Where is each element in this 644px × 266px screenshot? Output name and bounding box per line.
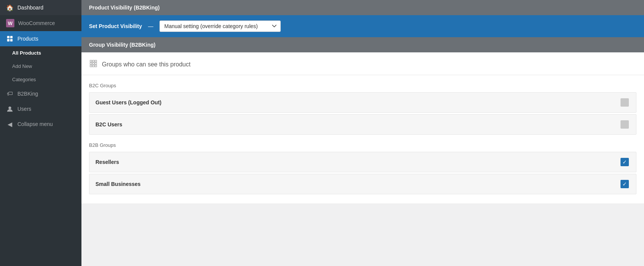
sidebar-item-dashboard[interactable]: 🏠 Dashboard [0, 0, 81, 15]
sidebar-item-collapse[interactable]: ◀ Collapse menu [0, 116, 81, 132]
checkbox-small-businesses[interactable]: ✓ [619, 179, 630, 189]
svg-rect-9 [92, 63, 94, 65]
sidebar-item-products[interactable]: Products [0, 31, 81, 46]
group-row-small-businesses: Small Businesses ✓ [89, 174, 636, 194]
group-row-guest-users: Guest Users (Logged Out) [89, 92, 636, 113]
sidebar-item-all-products[interactable]: All Products [0, 46, 81, 60]
sidebar-item-label: Dashboard [17, 5, 44, 11]
sidebar-item-label: Collapse menu [17, 121, 53, 127]
svg-rect-13 [95, 65, 97, 67]
dashboard-icon: 🏠 [6, 4, 14, 11]
sidebar-item-label: B2BKing [17, 91, 38, 97]
b2c-groups-label: B2C Groups [81, 79, 644, 91]
svg-rect-11 [90, 65, 92, 67]
svg-point-4 [8, 107, 11, 109]
visibility-select[interactable]: Manual setting (override category rules)… [159, 20, 281, 32]
svg-rect-2 [7, 39, 9, 41]
sidebar-item-add-new[interactable]: Add New [0, 60, 81, 73]
collapse-icon: ◀ [6, 120, 14, 128]
group-visibility-panel: Group Visibility (B2BKing) Groups who ca… [81, 37, 644, 203]
sidebar: 🏠 Dashboard W WooCommerce Products All P… [0, 0, 81, 266]
sidebar-item-label: WooCommerce [18, 20, 55, 26]
sidebar-item-categories[interactable]: Categories [0, 73, 81, 86]
groups-grid-icon [89, 59, 97, 69]
product-visibility-header: Product Visibility (B2BKing) [81, 0, 644, 15]
checkbox-b2c-users[interactable] [619, 119, 630, 130]
sidebar-item-label: Add New [12, 63, 32, 69]
group-visibility-header: Group Visibility (B2BKing) [81, 37, 644, 52]
groups-title-row: Groups who can see this product [81, 52, 644, 75]
product-visibility-title: Product Visibility (B2BKing) [89, 5, 159, 11]
set-visibility-bar: Set Product Visibility — Manual setting … [81, 15, 644, 37]
b2b-groups-label: B2B Groups [81, 139, 644, 150]
sidebar-item-label: All Products [12, 50, 41, 56]
svg-rect-10 [95, 63, 97, 65]
main-content: Product Visibility (B2BKing) Set Product… [81, 0, 644, 266]
groups-section-title: Groups who can see this product [102, 61, 191, 68]
svg-rect-6 [92, 60, 94, 62]
svg-rect-8 [90, 63, 92, 65]
svg-rect-3 [10, 39, 13, 41]
products-icon [6, 35, 14, 42]
checkbox-checked-resellers: ✓ [621, 158, 629, 166]
sidebar-item-b2bking[interactable]: 🏷 B2BKing [0, 86, 81, 101]
svg-rect-1 [10, 36, 13, 38]
users-icon [6, 105, 14, 113]
sidebar-item-label: Categories [12, 77, 36, 82]
sidebar-item-label: Users [17, 106, 31, 112]
b2bking-icon: 🏷 [6, 90, 14, 98]
checkbox-checked-small-businesses: ✓ [621, 180, 629, 188]
sidebar-item-woocommerce[interactable]: W WooCommerce [0, 15, 81, 31]
set-visibility-label: Set Product Visibility [89, 23, 142, 29]
svg-rect-12 [92, 65, 94, 67]
svg-rect-0 [7, 36, 9, 38]
visibility-dash: — [148, 23, 153, 29]
group-label-b2c-users: B2C Users [95, 121, 122, 127]
checkbox-guest-users[interactable] [619, 97, 630, 108]
checkbox-resellers[interactable]: ✓ [619, 157, 630, 167]
checkbox-unchecked-guest [621, 98, 629, 107]
checkbox-unchecked-b2c [621, 120, 629, 129]
group-row-b2c-users: B2C Users [89, 114, 636, 135]
woocommerce-icon: W [6, 19, 14, 27]
svg-rect-5 [90, 60, 92, 62]
sidebar-item-label: Products [17, 36, 38, 42]
group-visibility-title: Group Visibility (B2BKing) [89, 42, 156, 48]
group-row-resellers: Resellers ✓ [89, 152, 636, 172]
group-label-resellers: Resellers [95, 159, 119, 165]
group-label-small-businesses: Small Businesses [95, 181, 141, 187]
sidebar-item-users[interactable]: Users [0, 101, 81, 116]
group-label-guest-users: Guest Users (Logged Out) [95, 99, 161, 105]
svg-rect-7 [95, 60, 97, 62]
